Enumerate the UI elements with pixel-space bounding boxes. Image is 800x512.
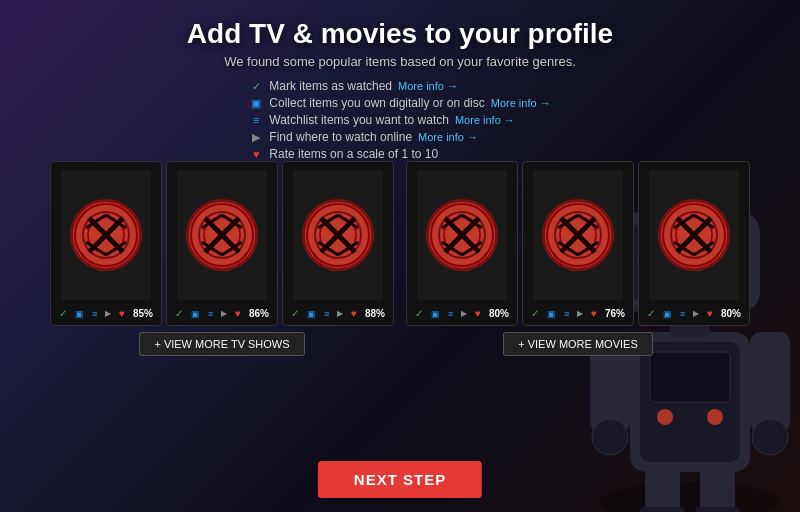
svg-point-4 — [657, 409, 673, 425]
svg-line-43 — [321, 218, 355, 252]
check-icon-m2[interactable]: ✓ — [531, 308, 539, 319]
heart-icon-2[interactable]: ♥ — [235, 308, 241, 319]
svg-rect-23 — [640, 507, 685, 512]
svg-line-61 — [558, 215, 578, 228]
play-icon: ▶ — [249, 130, 263, 144]
check-icon-m3[interactable]: ✓ — [647, 308, 655, 319]
info-item-mark-watched: ✓ Mark items as watched More info → — [249, 79, 550, 93]
card-3-icons: ✓ ▣ ≡ ▶ ♥ 88% — [289, 308, 387, 319]
movie-card-2[interactable]: ✓ ▣ ≡ ▶ ♥ 76% — [522, 161, 634, 326]
logo-svg-2 — [197, 210, 247, 260]
svg-line-48 — [338, 242, 358, 255]
svg-line-28 — [89, 218, 123, 252]
info-item-watchlist: ≡ Watchlist items you want to watch More… — [249, 113, 550, 127]
svg-line-39 — [202, 242, 222, 255]
collect-icon-m3[interactable]: ▣ — [663, 309, 672, 319]
tv-card-1[interactable]: ✓ ▣ ≡ ▶ ♥ 85% — [50, 161, 162, 326]
more-info-collect[interactable]: More info → — [491, 97, 551, 109]
svg-point-8 — [592, 419, 628, 455]
card-score-2: 86% — [249, 308, 269, 319]
svg-point-42 — [320, 217, 356, 253]
movie-card-3[interactable]: ✓ ▣ ≡ ▶ ♥ 80% — [638, 161, 750, 326]
view-more-movies-button[interactable]: + VIEW MORE MOVIES — [503, 332, 653, 356]
page-subtitle: We found some popular items based on you… — [224, 54, 576, 69]
svg-rect-24 — [695, 507, 740, 512]
info-item-find-watch: ▶ Find where to watch online More info → — [249, 130, 550, 144]
collect-icon-2[interactable]: ▣ — [191, 309, 200, 319]
more-info-watched[interactable]: More info → — [398, 80, 458, 92]
tv-card-3[interactable]: ✓ ▣ ≡ ▶ ♥ 88% — [282, 161, 394, 326]
play-icon-m3[interactable]: ▶ — [693, 309, 699, 318]
heart-icon-3[interactable]: ♥ — [351, 308, 357, 319]
logo-svg-3 — [313, 210, 363, 260]
collect-icon-1[interactable]: ▣ — [75, 309, 84, 319]
watchlist-icon-m2[interactable]: ≡ — [564, 309, 569, 319]
card-score-3: 88% — [365, 308, 385, 319]
movie-score-1: 80% — [489, 308, 509, 319]
more-info-watchlist[interactable]: More info → — [455, 114, 515, 126]
svg-line-54 — [462, 215, 482, 228]
play-icon-2[interactable]: ▶ — [221, 309, 227, 318]
tv-card-2[interactable]: ✓ ▣ ≡ ▶ ♥ 86% — [166, 161, 278, 326]
movie-poster-1 — [417, 170, 507, 300]
card-poster-3 — [293, 170, 383, 300]
movie-logo-svg-3 — [669, 210, 719, 260]
tv-cards-row: ✓ ▣ ≡ ▶ ♥ 85% — [50, 161, 394, 326]
watchlist-icon-2[interactable]: ≡ — [208, 309, 213, 319]
check-icon-2[interactable]: ✓ — [175, 308, 183, 319]
movie-card-1-icons: ✓ ▣ ≡ ▶ ♥ 80% — [413, 308, 511, 319]
play-icon-m2[interactable]: ▶ — [577, 309, 583, 318]
svg-point-5 — [707, 409, 723, 425]
collect-icon: ▣ — [249, 96, 263, 110]
more-info-find[interactable]: More info → — [418, 131, 478, 143]
svg-point-49 — [439, 212, 485, 258]
check-icon-1[interactable]: ✓ — [59, 308, 67, 319]
movie-card-3-icons: ✓ ▣ ≡ ▶ ♥ 80% — [645, 308, 743, 319]
svg-point-26 — [88, 217, 124, 253]
svg-point-25 — [83, 212, 129, 258]
svg-line-31 — [86, 242, 106, 255]
movie-card-1[interactable]: ✓ ▣ ≡ ▶ ♥ 80% — [406, 161, 518, 326]
view-more-tv-button[interactable]: + VIEW MORE TV SHOWS — [139, 332, 304, 356]
heart-icon-m2[interactable]: ♥ — [591, 308, 597, 319]
play-icon-m1[interactable]: ▶ — [461, 309, 467, 318]
svg-point-58 — [560, 217, 596, 253]
heart-icon-m1[interactable]: ♥ — [475, 308, 481, 319]
card-2-icons: ✓ ▣ ≡ ▶ ♥ 86% — [173, 308, 271, 319]
card-score-1: 85% — [133, 308, 153, 319]
movie-logo-svg-1 — [437, 210, 487, 260]
svg-line-29 — [86, 215, 106, 228]
info-text-find: Find where to watch online — [269, 130, 412, 144]
svg-point-0 — [600, 482, 780, 512]
collect-icon-m1[interactable]: ▣ — [431, 309, 440, 319]
svg-line-45 — [318, 215, 338, 228]
svg-point-50 — [444, 217, 480, 253]
play-icon-1[interactable]: ▶ — [105, 309, 111, 318]
logo-circle-1 — [70, 199, 142, 271]
movie-score-3: 80% — [721, 308, 741, 319]
svg-rect-22 — [700, 467, 735, 512]
collect-icon-3[interactable]: ▣ — [307, 309, 316, 319]
movie-card-2-icons: ✓ ▣ ≡ ▶ ♥ 76% — [529, 308, 627, 319]
heart-icon-m3[interactable]: ♥ — [707, 308, 713, 319]
svg-line-63 — [558, 242, 578, 255]
play-icon-3[interactable]: ▶ — [337, 309, 343, 318]
collect-icon-m2[interactable]: ▣ — [547, 309, 556, 319]
info-item-rate: ♥ Rate items on a scale of 1 to 10 — [249, 147, 550, 161]
watchlist-icon-m1[interactable]: ≡ — [448, 309, 453, 319]
watchlist-icon-m3[interactable]: ≡ — [680, 309, 685, 319]
info-text-rate: Rate items on a scale of 1 to 10 — [269, 147, 438, 161]
watchlist-icon-3[interactable]: ≡ — [324, 309, 329, 319]
svg-line-59 — [561, 218, 595, 252]
movie-logo-svg-2 — [553, 210, 603, 260]
check-icon-3[interactable]: ✓ — [291, 308, 299, 319]
svg-point-65 — [671, 212, 717, 258]
svg-point-41 — [315, 212, 361, 258]
heart-icon-1[interactable]: ♥ — [119, 308, 125, 319]
next-step-button[interactable]: NEXT STEP — [318, 461, 482, 498]
movies-group: ✓ ▣ ≡ ▶ ♥ 80% — [406, 161, 750, 356]
watchlist-icon-1[interactable]: ≡ — [92, 309, 97, 319]
movie-poster-2 — [533, 170, 623, 300]
info-text-watched: Mark items as watched — [269, 79, 392, 93]
check-icon-m1[interactable]: ✓ — [415, 308, 423, 319]
